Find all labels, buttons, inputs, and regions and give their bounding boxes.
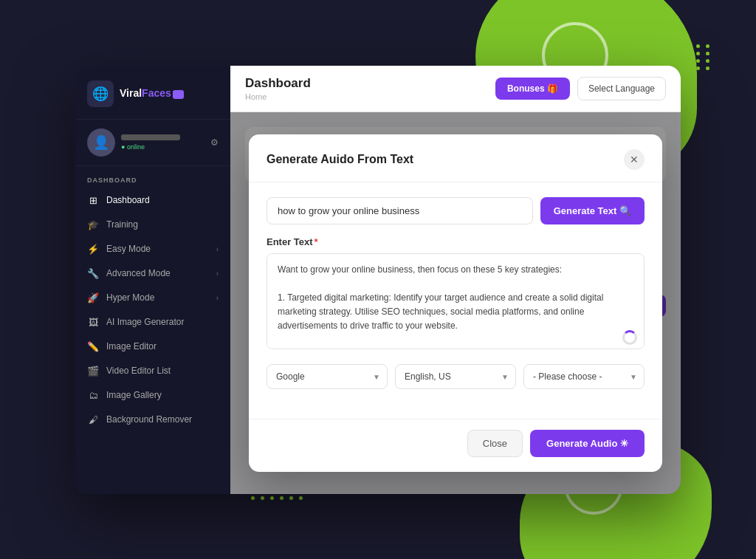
logo-text: ViralFacesAI (120, 87, 184, 100)
loading-spinner (622, 330, 637, 345)
advanced-mode-icon: 🔧 (87, 268, 99, 279)
chevron-right-icon: › (216, 294, 219, 302)
sidebar-item-label: Video Editor List (106, 366, 171, 376)
search-input[interactable] (267, 197, 533, 224)
search-input-wrap (267, 197, 533, 224)
bg-remover-icon: 🖌 (87, 414, 99, 425)
content-area: Audio Generate Audio ▶ ♪ ← Back Submit ✔… (230, 112, 681, 494)
generate-text-button[interactable]: Generate Text 🔍 (540, 197, 645, 224)
generate-audio-modal: Generate Auido From Text ✕ Generate Text… (249, 134, 662, 472)
modal-body: Generate Text 🔍 Enter Text* Want to grow… (249, 182, 662, 419)
sidebar-item-video-editor-list[interactable]: 🎬 Video Editor List (75, 359, 230, 383)
user-info: ● online (121, 134, 205, 151)
sidebar-item-label: Image Editor (106, 341, 157, 351)
sidebar-item-dashboard[interactable]: ⊞ Dashboard (75, 188, 230, 213)
sidebar-item-label: Easy Mode (106, 244, 151, 254)
language-select[interactable]: English, US English, UK Spanish (395, 364, 516, 389)
selects-row: Google Amazon IBM ▼ English, US English,… (267, 364, 645, 389)
header-left: Dashboard Home (245, 76, 311, 101)
language-select-wrap: English, US English, UK Spanish ▼ (395, 364, 516, 389)
search-row: Generate Text 🔍 (267, 197, 645, 224)
sidebar-item-image-editor[interactable]: ✏️ Image Editor (75, 335, 230, 359)
breadcrumb: Home (245, 92, 311, 101)
avatar: 👤 (87, 128, 115, 157)
training-icon: 🎓 (87, 219, 99, 230)
sidebar-item-label: AI Image Generator (106, 317, 184, 327)
generate-audio-button[interactable]: Generate Audio ✳ (530, 430, 645, 457)
sidebar-item-easy-mode[interactable]: ⚡ Easy Mode › (75, 237, 230, 261)
textarea-wrap: Want to grow your online business, then … (267, 253, 645, 352)
sidebar-item-training[interactable]: 🎓 Training (75, 213, 230, 237)
chevron-right-icon: › (216, 270, 219, 278)
main-header: Dashboard Home Bonuses 🎁 Select Language (230, 66, 681, 112)
ai-image-icon: 🖼 (87, 317, 99, 328)
modal-header: Generate Auido From Text ✕ (249, 134, 662, 182)
app-container: 🌐 ViralFacesAI 👤 ● online ⚙ DASHBOARD ⊞ … (75, 66, 681, 494)
gear-icon[interactable]: ⚙ (210, 137, 219, 148)
sidebar-header: 🌐 ViralFacesAI (75, 66, 230, 120)
sidebar: 🌐 ViralFacesAI 👤 ● online ⚙ DASHBOARD ⊞ … (75, 66, 230, 494)
bonuses-button[interactable]: Bonuses 🎁 (495, 78, 570, 100)
close-button[interactable]: Close (467, 430, 523, 457)
logo-icon: 🌐 (87, 80, 114, 107)
modal-close-button[interactable]: ✕ (624, 149, 645, 170)
sidebar-item-advanced-mode[interactable]: 🔧 Advanced Mode › (75, 261, 230, 286)
user-status: ● online (121, 143, 205, 151)
sidebar-item-label: Background Remover (106, 414, 192, 425)
select-language-button[interactable]: Select Language (577, 77, 666, 100)
sidebar-item-hyper-mode[interactable]: 🚀 Hyper Mode › (75, 286, 230, 310)
provider-select[interactable]: Google Amazon IBM (267, 364, 388, 389)
sidebar-item-background-remover[interactable]: 🖌 Background Remover (75, 408, 230, 432)
video-editor-icon: 🎬 (87, 366, 99, 377)
user-name-bar (121, 134, 180, 140)
provider-select-wrap: Google Amazon IBM ▼ (267, 364, 388, 389)
hyper-mode-icon: 🚀 (87, 292, 99, 303)
main-content: Dashboard Home Bonuses 🎁 Select Language… (230, 66, 681, 494)
voice-select[interactable]: - Please choose - Male Female (523, 364, 645, 389)
easy-mode-icon: ⚡ (87, 244, 99, 255)
sidebar-item-label: Dashboard (106, 195, 150, 205)
image-gallery-icon: 🗂 (87, 390, 99, 401)
logo-ai-badge: AI (173, 90, 184, 99)
sidebar-item-label: Training (106, 219, 138, 230)
sidebar-item-label: Hyper Mode (106, 292, 154, 303)
modal-footer: Close Generate Audio ✳ (249, 419, 662, 472)
dashboard-icon: ⊞ (87, 195, 99, 206)
sidebar-nav: ⊞ Dashboard 🎓 Training ⚡ Easy Mode › 🔧 A… (75, 188, 230, 479)
sidebar-item-image-gallery[interactable]: 🗂 Image Gallery (75, 383, 230, 408)
required-asterisk: * (315, 236, 318, 247)
sidebar-item-label: Advanced Mode (106, 268, 171, 278)
text-input[interactable]: Want to grow your online business, then … (267, 253, 645, 349)
header-right: Bonuses 🎁 Select Language (495, 77, 666, 100)
user-section: 👤 ● online ⚙ (75, 120, 230, 166)
sidebar-item-ai-image-generator[interactable]: 🖼 AI Image Generator (75, 310, 230, 335)
chevron-right-icon: › (216, 245, 219, 253)
voice-select-wrap: - Please choose - Male Female ▼ (523, 364, 645, 389)
modal-overlay: Generate Auido From Text ✕ Generate Text… (230, 112, 681, 494)
sidebar-section-label: DASHBOARD (75, 166, 230, 188)
image-editor-icon: ✏️ (87, 341, 99, 352)
sidebar-item-label: Image Gallery (106, 390, 162, 400)
enter-text-label: Enter Text* (267, 236, 645, 247)
page-title: Dashboard (245, 76, 311, 91)
modal-title: Generate Auido From Text (267, 153, 413, 166)
